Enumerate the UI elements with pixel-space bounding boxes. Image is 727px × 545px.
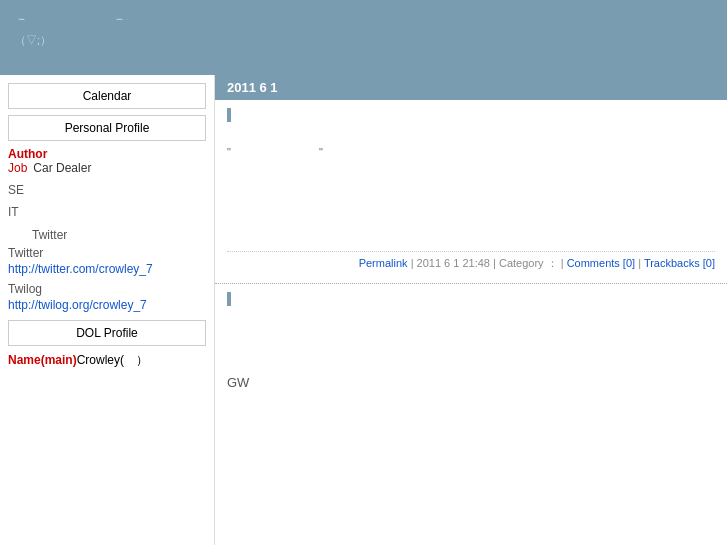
sidebar: Calendar Personal Profile Author Job Car… — [0, 75, 215, 545]
twitter-label: Twitter — [8, 246, 206, 260]
section-se: SE — [8, 183, 206, 197]
post-1-quote: " " — [227, 145, 715, 160]
twilog-link[interactable]: http://twilog.org/crowley_7 — [8, 298, 206, 312]
post-1-marker-bar — [227, 108, 231, 122]
post-1-category: Category ： — [499, 257, 558, 269]
personal-profile-button[interactable]: Personal Profile — [8, 115, 206, 141]
header-title: － － — [15, 10, 712, 28]
section-it-text: IT — [8, 205, 206, 219]
trackbacks-link[interactable]: Trackbacks [0] — [644, 257, 715, 269]
gw-label: GW — [227, 375, 715, 390]
section-it: IT — [8, 205, 206, 219]
permalink-link[interactable]: Permalink — [359, 257, 408, 269]
name-value: Crowley( ） — [77, 353, 148, 367]
post-1-content: " " — [227, 131, 715, 251]
content-area: 2011 6 1 " " Permalink | 2011 6 1 21:48 … — [215, 75, 727, 545]
date-header: 2011 6 1 — [215, 75, 727, 100]
post-2: GW — [215, 284, 727, 463]
post-1-date: 2011 6 1 21:48 — [417, 257, 490, 269]
comments-link[interactable]: Comments [0] — [567, 257, 635, 269]
dol-profile-button[interactable]: DOL Profile — [8, 320, 206, 346]
calendar-button[interactable]: Calendar — [8, 83, 206, 109]
job-label: Job — [8, 161, 27, 175]
header-subtitle: （▽;） — [15, 33, 712, 48]
twitter-link[interactable]: http://twitter.com/crowley_7 — [8, 262, 206, 276]
twilog-label: Twilog — [8, 282, 206, 296]
job-field: Job Car Dealer — [8, 161, 206, 175]
section-se-text: SE — [8, 183, 206, 197]
name-label: Name(main) — [8, 353, 77, 367]
twitter-section-title: Twitter — [8, 227, 206, 244]
post-1: " " Permalink | 2011 6 1 21:48 | Categor… — [215, 100, 727, 284]
main-layout: Calendar Personal Profile Author Job Car… — [0, 75, 727, 545]
header: － － （▽;） — [0, 0, 727, 75]
post-1-meta: Permalink | 2011 6 1 21:48 | Category ： … — [227, 251, 715, 275]
post-1-marker — [227, 108, 715, 131]
author-label: Author — [8, 147, 206, 161]
twilog-label-wrapper: Twilog http://twilog.org/crowley_7 — [8, 282, 206, 312]
post-2-content: GW — [227, 375, 715, 455]
name-field: Name(main)Crowley( ） — [8, 352, 206, 369]
dol-btn-wrapper: DOL Profile — [8, 320, 206, 346]
job-value: Car Dealer — [33, 161, 91, 175]
post-2-marker-wrapper — [227, 292, 715, 315]
post-2-marker-bar — [227, 292, 231, 306]
